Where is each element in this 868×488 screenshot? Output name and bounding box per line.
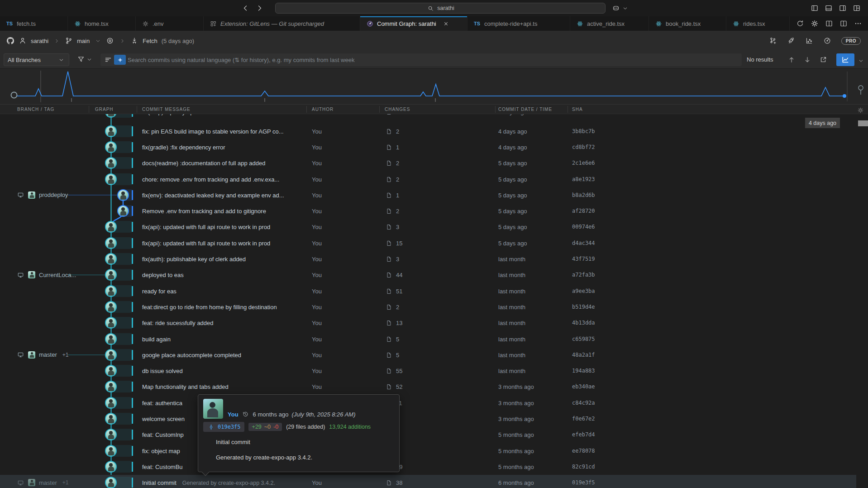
commit-row-c84c92a[interactable]: feat: authenticaYou113 months agoc84c92a xyxy=(0,395,856,411)
column-header-author[interactable]: AUTHOR xyxy=(312,107,334,112)
commit-row-00974e6[interactable]: fix(api): updated with full api route to… xyxy=(0,219,856,235)
commit-node-avatar[interactable] xyxy=(105,349,117,361)
commit-node-avatar[interactable] xyxy=(117,205,129,217)
commit-sha[interactable]: 3b8bc7b xyxy=(572,128,595,135)
github-icon[interactable] xyxy=(6,37,14,45)
branch-label-master[interactable]: master+1 xyxy=(16,351,68,359)
minimap-toggle-button[interactable] xyxy=(836,53,854,66)
commit-row-a8e1923[interactable]: chore: remove .env from tracking and add… xyxy=(0,171,856,187)
branch-plus-icon[interactable] xyxy=(769,37,777,45)
split-editor-icon[interactable] xyxy=(839,19,848,28)
commit-sha[interactable]: d4ac344 xyxy=(572,239,595,247)
commit-node-avatar[interactable] xyxy=(105,285,117,297)
tab-extension-gitlens-git-supercharged[interactable]: Extension: GitLens — Git supercharged xyxy=(204,16,360,31)
tooltip-author[interactable]: You xyxy=(228,411,238,418)
column-header-sha[interactable]: SHA xyxy=(572,107,583,112)
commit-node-avatar[interactable] xyxy=(105,141,117,153)
commit-row-a9ee3ba[interactable]: ready for easYou51last montha9ee3ba xyxy=(0,283,856,299)
commit-row-a72fa3b[interactable]: CurrentLoca...deployed to easYou44last m… xyxy=(0,267,856,283)
commit-row-194a883[interactable]: db issue solvedYou55last month194a883 xyxy=(0,363,856,379)
commit-row-3b8bc7b[interactable]: fix: pin EAS build image to stable versi… xyxy=(0,123,856,139)
commit-node-avatar[interactable] xyxy=(105,413,117,425)
commit-row-b8a2d6b[interactable]: proddeployfix(env): deactivated leaked k… xyxy=(0,187,856,203)
commit-row-cd8bf72[interactable]: fix(gradle) :fix dependency errorYou14 d… xyxy=(0,139,856,155)
layout-sidebar-left-icon[interactable] xyxy=(811,4,819,12)
commit-node-avatar[interactable] xyxy=(105,333,117,345)
commit-row-c659875[interactable]: build againYou5last monthc659875 xyxy=(0,331,856,347)
branches-dropdown[interactable]: All Branches xyxy=(4,53,69,66)
open-external-icon[interactable] xyxy=(819,56,827,64)
branch-name[interactable]: main xyxy=(77,38,90,44)
settings-gear-icon[interactable] xyxy=(811,19,819,28)
commit-sha[interactable]: 2c1e6e6 xyxy=(572,159,595,167)
commit-sha[interactable]: b519d4e xyxy=(572,303,595,311)
commit-sha[interactable]: c659875 xyxy=(572,335,595,343)
commit-row-82c91cd[interactable]: feat: CustomBuYou495 months ago82c91cd xyxy=(0,459,856,474)
chevron-down-icon[interactable] xyxy=(85,55,93,63)
commit-sha[interactable]: 6a45f5c xyxy=(572,114,595,116)
list-filter-icon[interactable] xyxy=(104,56,112,64)
column-header-branch-tag[interactable]: BRANCH / TAG xyxy=(17,107,54,112)
layout-panel-icon[interactable] xyxy=(825,4,833,12)
column-header-changes[interactable]: CHANGES xyxy=(385,107,410,112)
commit-sha[interactable]: a72fa3b xyxy=(572,271,595,279)
vertical-scrollbar[interactable] xyxy=(858,120,868,126)
ellipsis-icon[interactable] xyxy=(854,19,862,28)
commit-sha[interactable]: eb340ae xyxy=(572,383,595,391)
commit-sha[interactable]: a9ee3ba xyxy=(572,287,595,295)
commit-node-avatar[interactable] xyxy=(117,189,129,201)
commit-node-avatar[interactable] xyxy=(105,461,117,473)
commit-sha[interactable]: 43f7519 xyxy=(572,255,595,263)
tab-active-ride-tsx[interactable]: active_ride.tsx xyxy=(570,16,649,31)
split-editor-icon[interactable] xyxy=(825,19,833,28)
commit-sha[interactable]: 00974e6 xyxy=(572,223,595,231)
chevron-down-icon[interactable] xyxy=(857,57,865,65)
commit-sha[interactable]: 4b13dda xyxy=(572,319,595,327)
column-header-graph[interactable]: GRAPH xyxy=(95,107,114,112)
layout-grid-icon[interactable] xyxy=(853,4,861,12)
commit-node-avatar[interactable] xyxy=(105,125,117,137)
back-arrow-icon[interactable] xyxy=(241,4,249,12)
commit-row-d4ac344[interactable]: fix(api): updated with full api route to… xyxy=(0,235,856,251)
close-icon[interactable] xyxy=(442,19,450,28)
commit-row-ee78078[interactable]: fix: object mapYou15 months agoee78078 xyxy=(0,443,856,459)
refresh-icon[interactable] xyxy=(796,19,804,28)
commit-sha[interactable]: ee78078 xyxy=(572,447,595,455)
commit-sha[interactable]: 82c91cd xyxy=(572,463,595,471)
fetch-label[interactable]: Fetch xyxy=(143,38,157,44)
commit-sha[interactable]: a8e1923 xyxy=(572,176,595,183)
commit-sha[interactable]: c84c92a xyxy=(572,399,595,407)
commit-sha[interactable]: af28720 xyxy=(572,207,595,215)
commit-row-6a45f5c[interactable]: fix(map): api key updatedYou42 days ago6… xyxy=(0,114,856,123)
commit-sha[interactable]: f0e67e2 xyxy=(572,415,595,423)
commit-row-efeb7d4[interactable]: feat: CustomInpYou15 months agoefeb7d4 xyxy=(0,427,856,443)
arrow-up-icon[interactable] xyxy=(787,56,796,64)
fetch-icon[interactable] xyxy=(130,37,138,45)
commit-row-019e3f5[interactable]: master+1Initial commitGenerated by creat… xyxy=(0,475,856,488)
tab-book-ride-tsx[interactable]: book_ride.tsx xyxy=(649,16,726,31)
commit-sha[interactable]: cd8bf72 xyxy=(572,144,595,151)
commit-row-af28720[interactable]: Remove .env from tracking and add to git… xyxy=(0,203,856,219)
commit-activity-minimap[interactable] xyxy=(0,69,868,104)
commit-row-43f7519[interactable]: fix(auth): publishable key of clerk adde… xyxy=(0,251,856,267)
commit-sha[interactable]: efeb7d4 xyxy=(572,431,595,439)
gitlens-logo-icon[interactable] xyxy=(823,37,831,45)
commit-node-avatar[interactable] xyxy=(105,237,117,249)
commit-node-avatar[interactable] xyxy=(105,301,117,313)
repo-name[interactable]: sarathi xyxy=(31,38,48,44)
commit-row-eb340ae[interactable]: Map functionality and tabs addedYou523 m… xyxy=(0,379,856,395)
commit-node-avatar[interactable] xyxy=(105,253,117,265)
branch-label-master[interactable]: master+1 xyxy=(16,478,68,487)
tab-fetch-ts[interactable]: TSfetch.ts xyxy=(0,16,68,31)
commit-row-48a2a1f[interactable]: master+1google place autocomplete comple… xyxy=(0,347,856,363)
scatter-chart-icon[interactable] xyxy=(805,37,813,45)
commit-node-avatar[interactable] xyxy=(105,397,117,409)
chevron-down-icon[interactable] xyxy=(621,4,629,12)
branch-label-proddeploy[interactable]: proddeploy xyxy=(16,191,68,199)
tab-commit-graph-sarathi[interactable]: Commit Graph: sarathi xyxy=(360,16,467,31)
commit-row-f0e67e2[interactable]: welcome screenYou43 months agof0e67e2 xyxy=(0,411,856,426)
commit-sha[interactable]: 194a883 xyxy=(572,367,595,375)
commit-sha[interactable]: b8a2d6b xyxy=(572,191,595,199)
command-center-search[interactable]: sarathi xyxy=(275,3,606,14)
commit-node-avatar[interactable] xyxy=(105,477,117,488)
